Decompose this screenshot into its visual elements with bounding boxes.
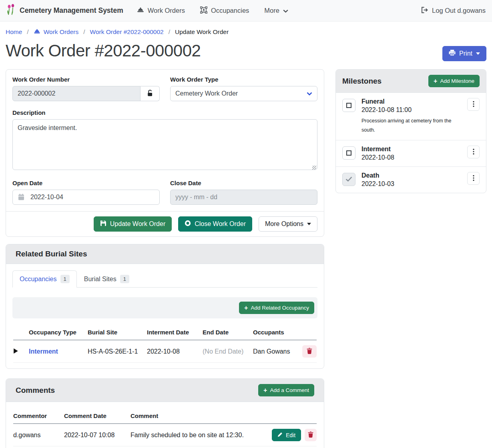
tab-occupancies-count-badge: 1 (60, 275, 70, 283)
add-related-occupancy-button[interactable]: + Add Related Occupancy (239, 302, 314, 314)
nav-label-work-orders: Work Orders (148, 7, 185, 14)
breadcrumb-work-order-number[interactable]: Work Order #2022-000002 (90, 28, 164, 36)
chevron-down-icon (283, 7, 288, 14)
open-date-label: Open Date (12, 180, 160, 186)
occupancy-plot-icon (200, 6, 207, 15)
add-milestone-label: Add Milestone (440, 78, 474, 84)
col-header-occupants: Occupants (253, 329, 301, 336)
chevron-down-icon (307, 90, 312, 97)
row-expander-button[interactable] (13, 348, 18, 355)
milestone-date: 2022-10-03 (361, 180, 461, 188)
occupancies-toolbar: + Add Related Occupancy (12, 297, 317, 318)
logout-button[interactable]: Log Out d.gowans (421, 7, 486, 15)
plus-icon: + (244, 305, 248, 311)
app-title: Cemetery Management System (20, 6, 123, 15)
breadcrumb-separator: / (27, 28, 28, 36)
resize-handle[interactable] (312, 166, 316, 170)
unlock-button[interactable] (141, 86, 160, 101)
tab-burial-sites-count-badge: 1 (120, 275, 129, 283)
close-work-order-button[interactable]: Close Work Order (178, 216, 252, 232)
col-header-commentor: Commentor (13, 412, 64, 419)
edit-comment-button[interactable]: Edit (272, 429, 301, 441)
hard-hat-icon (137, 7, 144, 14)
update-work-order-button[interactable]: Update Work Order (94, 216, 172, 232)
close-work-order-label: Close Work Order (195, 220, 246, 228)
breadcrumb-work-orders-label: Work Orders (44, 28, 79, 36)
add-comment-label: Add a Comment (270, 387, 309, 393)
related-tabs: Occupancies 1 Burial Sites 1 (12, 270, 317, 288)
breadcrumb: Home / Work Orders / Work Order #2022-00… (0, 22, 492, 36)
breadcrumb-work-orders[interactable]: Work Orders (34, 28, 79, 36)
trash-icon (307, 348, 312, 355)
comment-date-cell: 2022-10-07 10:08 (64, 432, 131, 439)
tab-occupancies-label: Occupancies (20, 276, 57, 283)
save-icon (100, 220, 106, 228)
app-brand[interactable]: Cemetery Management System (6, 4, 123, 18)
milestone-checkbox[interactable] (342, 99, 355, 112)
breadcrumb-separator: / (169, 28, 170, 36)
logout-label: Log Out d.gowans (432, 7, 486, 14)
breadcrumb-separator: / (83, 28, 85, 36)
col-header-burial-site: Burial Site (88, 329, 147, 336)
occupants-cell: Dan Gowans (253, 348, 301, 355)
record-circle-icon (185, 220, 191, 228)
description-textarea[interactable]: Graveside interment. (12, 119, 317, 170)
printer-icon (449, 50, 456, 58)
close-date-label: Close Date (170, 180, 317, 186)
breadcrumb-work-order-number-label: Work Order #2022-000002 (90, 28, 164, 36)
add-milestone-button[interactable]: + Add Milestone (428, 75, 480, 87)
more-options-button[interactable]: More Options (259, 216, 317, 232)
comments-table: Commentor Comment Date Comment d.gowans … (6, 402, 324, 448)
work-order-type-select[interactable]: Cemetery Work Order (170, 86, 317, 101)
description-label: Description (12, 109, 317, 116)
add-related-occupancy-label: Add Related Occupancy (251, 305, 309, 311)
close-date-input[interactable] (170, 190, 317, 205)
nav-item-work-orders[interactable]: Work Orders (137, 7, 185, 14)
print-button[interactable]: Print (442, 46, 486, 61)
nav-item-occupancies[interactable]: Occupancies (200, 6, 249, 15)
plus-icon: + (434, 78, 437, 84)
col-header-comment-date: Comment Date (64, 412, 131, 419)
top-navbar: Cemetery Management System Work Orders (0, 0, 492, 22)
breadcrumb-home[interactable]: Home (6, 28, 22, 36)
delete-comment-button[interactable] (305, 429, 317, 441)
comment-cell: Family scheduled to be on site at 12:30. (131, 432, 272, 439)
calendar-icon (18, 194, 24, 202)
caret-down-icon (476, 52, 480, 55)
breadcrumb-current: Update Work Order (175, 28, 229, 36)
delete-occupancy-button[interactable] (302, 345, 317, 358)
checkbox-empty-icon (346, 103, 351, 108)
col-header-comment: Comment (131, 412, 272, 419)
work-order-type-value: Cemetery Work Order (175, 90, 238, 97)
kebab-menu-icon (473, 101, 474, 108)
milestone-checkbox[interactable] (342, 146, 355, 160)
page-title: Work Order #2022-000002 (6, 41, 201, 60)
nav-item-more[interactable]: More (264, 7, 288, 14)
checkbox-empty-icon (346, 150, 351, 156)
print-label: Print (459, 50, 472, 57)
milestone-checkbox[interactable] (342, 173, 355, 186)
add-comment-button[interactable]: + Add a Comment (258, 384, 314, 396)
col-header-end-date: End Date (203, 329, 253, 336)
work-order-number-input[interactable] (12, 86, 141, 101)
milestone-menu-button[interactable] (467, 172, 480, 185)
tab-occupancies[interactable]: Occupancies 1 (12, 270, 77, 288)
burial-site-cell: HS-A-0S-26E-1-1 (88, 348, 147, 355)
hard-hat-icon (34, 28, 40, 36)
work-order-type-label: Work Order Type (170, 76, 317, 83)
interment-date-cell: 2022-10-08 (147, 348, 203, 355)
related-burial-sites-title: Related Burial Sites (16, 250, 87, 258)
tab-burial-sites[interactable]: Burial Sites 1 (77, 270, 137, 288)
kebab-menu-icon (473, 175, 474, 182)
check-icon (345, 176, 352, 183)
col-header-interment-date: Interment Date (147, 329, 203, 336)
milestone-menu-button[interactable] (467, 146, 480, 158)
open-date-input[interactable] (12, 190, 160, 205)
update-work-order-label: Update Work Order (110, 220, 165, 228)
tab-burial-sites-label: Burial Sites (84, 276, 116, 283)
caret-down-icon (307, 223, 311, 225)
milestone-menu-button[interactable] (467, 98, 480, 111)
logout-icon (421, 7, 428, 15)
milestones-title: Milestones (342, 77, 382, 86)
occupancy-type-link[interactable]: Interment (29, 348, 58, 355)
